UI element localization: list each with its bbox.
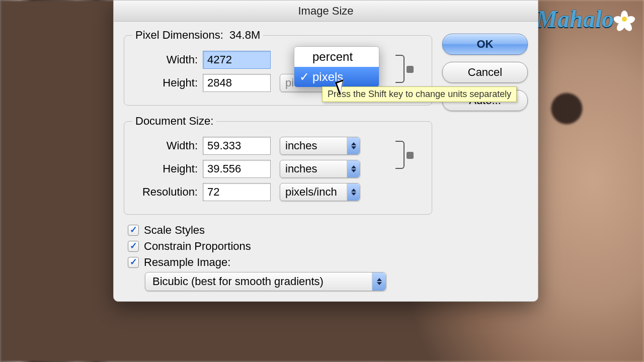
cancel-button[interactable]: Cancel <box>442 62 528 83</box>
resample-method-select[interactable]: Bicubic (best for smooth gradients) <box>145 272 386 291</box>
scale-styles-label: Scale Styles <box>144 224 205 237</box>
dialog-title: Image Size <box>114 1 538 22</box>
resolution-unit-select[interactable]: pixels/inch <box>280 183 360 201</box>
scale-styles-checkbox-row[interactable]: Scale Styles <box>128 224 432 237</box>
doc-height-label: Height: <box>132 162 198 175</box>
pixel-dimensions-label: Pixel Dimensions: <box>135 29 223 41</box>
ok-button[interactable]: OK <box>442 34 528 55</box>
link-bracket-icon <box>395 141 405 169</box>
doc-height-input[interactable] <box>203 160 271 178</box>
select-arrows-icon <box>347 160 360 177</box>
resolution-unit-text: pixels/inch <box>285 186 337 199</box>
doc-width-label: Width: <box>132 139 198 152</box>
link-bracket-icon <box>395 55 405 83</box>
px-height-unit-text: pi <box>285 76 294 89</box>
resample-method-text: Bicubic (best for smooth gradients) <box>152 275 324 288</box>
resample-label: Resample Image: <box>144 256 230 269</box>
resolution-input[interactable] <box>203 183 271 201</box>
select-arrows-icon <box>372 273 386 291</box>
document-size-legend: Document Size: <box>132 115 216 128</box>
constrain-label: Constrain Proportions <box>144 240 251 253</box>
select-arrows-icon <box>347 137 360 154</box>
resample-image-checkbox-row[interactable]: Resample Image: <box>128 256 432 269</box>
chain-link-icon <box>407 152 414 159</box>
document-size-group: Document Size: Width: inches Height: inc… <box>124 115 432 215</box>
flower-icon <box>616 11 633 28</box>
select-arrows-icon <box>347 184 360 201</box>
unit-option-percent[interactable]: percent <box>294 47 379 67</box>
checkbox-icon <box>128 225 139 236</box>
px-width-label: Width: <box>132 53 198 66</box>
doc-width-unit-select[interactable]: inches <box>280 137 360 155</box>
doc-width-input[interactable] <box>203 137 271 155</box>
doc-height-unit-select[interactable]: inches <box>280 160 360 178</box>
mahalo-logo-text: Mahalo <box>536 5 614 33</box>
checkbox-icon <box>128 257 139 268</box>
tooltip: Press the Shift key to change units sepa… <box>322 86 517 102</box>
mahalo-logo: Mahalo <box>536 5 633 33</box>
px-height-label: Height: <box>132 76 198 89</box>
pixel-dimensions-legend: Pixel Dimensions: 34.8M <box>132 29 263 42</box>
constrain-proportions-checkbox-row[interactable]: Constrain Proportions <box>128 240 432 253</box>
resolution-label: Resolution: <box>132 186 198 199</box>
px-height-input[interactable] <box>203 74 271 92</box>
doc-height-unit-text: inches <box>285 162 317 175</box>
image-size-dialog: Image Size Pixel Dimensions: 34.8M Width… <box>113 0 538 302</box>
chain-link-icon <box>407 66 414 73</box>
checkbox-icon <box>128 241 139 252</box>
pixel-dimensions-size: 34.8M <box>229 29 260 41</box>
px-width-input[interactable] <box>203 51 271 69</box>
doc-width-unit-text: inches <box>285 139 317 152</box>
